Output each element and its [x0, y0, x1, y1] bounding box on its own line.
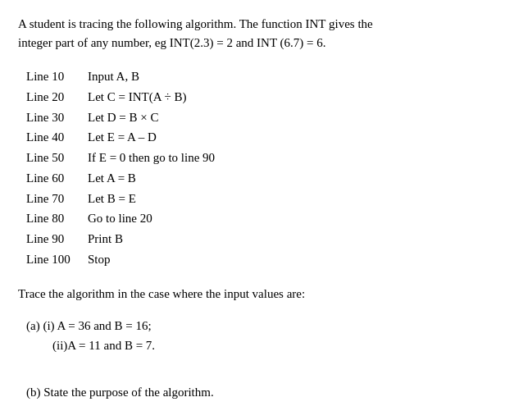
intro-line2: integer part of any number, eg INT(2.3) …	[18, 36, 326, 49]
algorithm-row: Line 80Go to line 20	[26, 208, 487, 229]
line-content: If E = 0 then go to line 90	[88, 148, 215, 168]
line-content: Stop	[88, 249, 111, 270]
algorithm-row: Line 50If E = 0 then go to line 90	[26, 148, 487, 168]
line-label: Line 50	[26, 148, 88, 168]
algorithm-row: Line 30Let D = B × C	[26, 107, 487, 128]
algorithm-row: Line 20Let C = INT(A ÷ B)	[26, 87, 487, 107]
line-content: Let E = A – D	[88, 127, 157, 148]
algorithm-row: Line 100Stop	[26, 249, 487, 270]
line-label: Line 40	[26, 127, 88, 148]
part-a-container: (a) (i) A = 36 and B = 16; (ii)A = 11 an…	[26, 316, 487, 355]
line-label: Line 20	[26, 87, 88, 107]
part-a-row2: (ii)A = 11 and B = 7.	[52, 336, 487, 355]
line-label: Line 70	[26, 189, 88, 209]
algorithm-row: Line 90Print B	[26, 229, 487, 249]
line-label: Line 100	[26, 249, 88, 270]
trace-question: Trace the algorithm in the case where th…	[18, 285, 487, 304]
part-b-container: (b) State the purpose of the algorithm.	[26, 382, 487, 402]
line-content: Let B = E	[88, 189, 136, 209]
line-content: Print B	[88, 229, 123, 249]
intro-line1: A student is tracing the following algor…	[18, 17, 373, 30]
algorithm-table: Line 10Input A, BLine 20Let C = INT(A ÷ …	[26, 66, 487, 270]
line-label: Line 30	[26, 107, 88, 128]
line-label: Line 60	[26, 168, 88, 189]
algorithm-row: Line 10Input A, B	[26, 66, 487, 87]
line-content: Go to line 20	[88, 208, 152, 229]
part-b-text: State the purpose of the algorithm.	[41, 386, 214, 399]
algorithm-row: Line 40Let E = A – D	[26, 127, 487, 148]
part-a-label2: (ii)	[52, 339, 67, 352]
part-a-case1: A = 36 and B = 16;	[55, 319, 152, 332]
algorithm-row: Line 70Let B = E	[26, 189, 487, 209]
line-label: Line 90	[26, 229, 88, 249]
part-b-label: (b)	[26, 386, 41, 399]
line-content: Let C = INT(A ÷ B)	[88, 87, 186, 107]
line-content: Let A = B	[88, 168, 136, 189]
part-a-case2: A = 11 and B = 7.	[67, 339, 155, 352]
part-a-row1: (a) (i) A = 36 and B = 16;	[26, 316, 487, 336]
intro-paragraph: A student is tracing the following algor…	[18, 15, 487, 52]
line-content: Let D = B × C	[88, 107, 159, 128]
algorithm-row: Line 60Let A = B	[26, 168, 487, 189]
line-label: Line 80	[26, 208, 88, 229]
part-a-label: (a) (i)	[26, 319, 55, 332]
line-content: Input A, B	[88, 66, 139, 87]
trace-question-text: Trace the algorithm in the case where th…	[18, 287, 305, 300]
line-label: Line 10	[26, 66, 88, 87]
